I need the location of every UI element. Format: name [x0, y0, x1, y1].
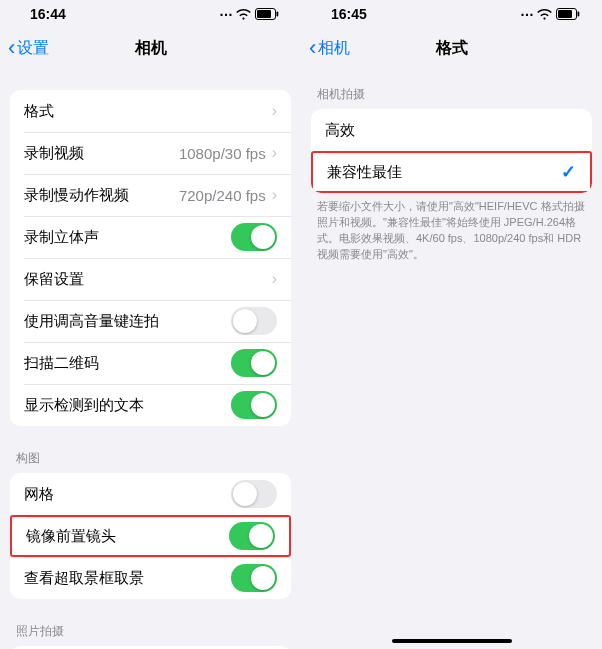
status-bar: 16:45 — [301, 0, 602, 28]
row-preserve-settings[interactable]: 保留设置 › — [10, 258, 291, 300]
row-record-video[interactable]: 录制视频 1080p/30 fps › — [10, 132, 291, 174]
section-camera-capture: 相机拍摄 — [301, 68, 602, 109]
svg-rect-2 — [277, 12, 279, 17]
home-indicator[interactable] — [392, 639, 512, 643]
nav-bar: ‹ 设置 相机 — [0, 28, 301, 68]
wifi-icon — [537, 9, 552, 20]
chevron-left-icon: ‹ — [309, 37, 316, 59]
row-most-compatible[interactable]: 兼容性最佳 ✓ — [311, 151, 592, 193]
status-time: 16:44 — [30, 6, 66, 22]
status-time: 16:45 — [331, 6, 367, 22]
chevron-right-icon: › — [272, 102, 277, 120]
wifi-icon — [236, 9, 251, 20]
format-settings-screen: 16:45 ‹ 相机 格式 相机拍摄 高效 兼容性最佳 ✓ — [301, 0, 602, 649]
svg-rect-1 — [257, 10, 271, 18]
row-grid: 网格 — [10, 473, 291, 515]
row-view-outside-frame: 查看超取景框取景 — [10, 557, 291, 599]
settings-list: 格式 › 录制视频 1080p/30 fps › 录制慢动作视频 720p/24… — [0, 68, 301, 649]
cellular-icon — [219, 6, 232, 22]
chevron-right-icon: › — [272, 144, 277, 162]
back-button[interactable]: ‹ 相机 — [301, 37, 350, 59]
back-button[interactable]: ‹ 设置 — [0, 37, 49, 59]
svg-rect-5 — [578, 12, 580, 17]
row-scan-qr: 扫描二维码 — [10, 342, 291, 384]
back-label: 相机 — [318, 38, 350, 59]
back-label: 设置 — [17, 38, 49, 59]
status-bar: 16:44 — [0, 0, 301, 28]
mirror-front-switch[interactable] — [229, 522, 275, 550]
nav-bar: ‹ 相机 格式 — [301, 28, 602, 68]
svg-rect-4 — [558, 10, 572, 18]
scan-qr-switch[interactable] — [231, 349, 277, 377]
format-list: 相机拍摄 高效 兼容性最佳 ✓ 若要缩小文件大小，请使用"高效"HEIF/HEV… — [301, 68, 602, 649]
group-format-options: 高效 兼容性最佳 ✓ — [311, 109, 592, 193]
section-composition: 构图 — [0, 432, 301, 473]
grid-switch[interactable] — [231, 480, 277, 508]
check-icon: ✓ — [561, 161, 576, 183]
status-icons — [520, 6, 580, 22]
footer-format: 若要缩小文件大小，请使用"高效"HEIF/HEVC 格式拍摄照片和视频。"兼容性… — [301, 193, 602, 263]
row-record-slomo[interactable]: 录制慢动作视频 720p/240 fps › — [10, 174, 291, 216]
chevron-right-icon: › — [272, 186, 277, 204]
camera-settings-screen: 16:44 ‹ 设置 相机 格式 › 录制视频 1080p/30 — [0, 0, 301, 649]
row-detect-text: 显示检测到的文本 — [10, 384, 291, 426]
volume-burst-switch[interactable] — [231, 307, 277, 335]
battery-icon — [556, 8, 580, 20]
row-mirror-front: 镜像前置镜头 — [10, 515, 291, 557]
view-outside-switch[interactable] — [231, 564, 277, 592]
cellular-icon — [520, 6, 533, 22]
row-high-efficiency[interactable]: 高效 — [311, 109, 592, 151]
stereo-switch[interactable] — [231, 223, 277, 251]
group-composition: 网格 镜像前置镜头 查看超取景框取景 — [10, 473, 291, 599]
group-capture: 格式 › 录制视频 1080p/30 fps › 录制慢动作视频 720p/24… — [10, 90, 291, 426]
row-volume-burst: 使用调高音量键连拍 — [10, 300, 291, 342]
detect-text-switch[interactable] — [231, 391, 277, 419]
status-icons — [219, 6, 279, 22]
section-photo: 照片拍摄 — [0, 605, 301, 646]
chevron-right-icon: › — [272, 270, 277, 288]
row-format[interactable]: 格式 › — [10, 90, 291, 132]
row-stereo: 录制立体声 — [10, 216, 291, 258]
battery-icon — [255, 8, 279, 20]
chevron-left-icon: ‹ — [8, 37, 15, 59]
